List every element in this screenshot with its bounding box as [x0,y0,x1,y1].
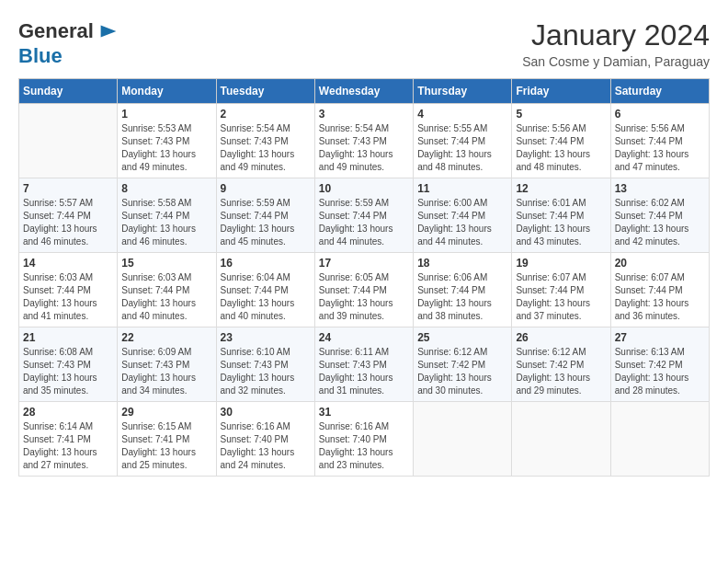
day-number: 25 [417,331,507,344]
day-info: Sunrise: 6:15 AM Sunset: 7:41 PM Dayligh… [121,420,211,472]
day-number: 7 [23,182,113,195]
day-number: 26 [516,331,606,344]
day-number: 10 [319,182,409,195]
day-number: 13 [615,182,705,195]
calendar-cell: 12Sunrise: 6:01 AM Sunset: 7:44 PM Dayli… [512,178,610,253]
day-number: 12 [516,182,606,195]
day-number: 27 [615,331,705,344]
calendar-cell: 2Sunrise: 5:54 AM Sunset: 7:43 PM Daylig… [216,104,314,178]
calendar-cell: 9Sunrise: 5:59 AM Sunset: 7:44 PM Daylig… [216,178,314,253]
calendar-week-row: 1Sunrise: 5:53 AM Sunset: 7:43 PM Daylig… [19,104,710,178]
calendar-cell: 24Sunrise: 6:11 AM Sunset: 7:43 PM Dayli… [314,327,413,402]
calendar-cell [19,104,118,178]
page-header: General Blue January 2024 San Cosme y Da… [18,18,710,69]
calendar-cell: 3Sunrise: 5:54 AM Sunset: 7:43 PM Daylig… [314,104,413,178]
day-of-week-header: Wednesday [314,79,413,104]
day-number: 15 [121,257,211,270]
day-info: Sunrise: 6:03 AM Sunset: 7:44 PM Dayligh… [23,271,113,323]
day-info: Sunrise: 5:54 AM Sunset: 7:43 PM Dayligh… [319,122,409,174]
day-of-week-header: Thursday [414,79,512,104]
day-of-week-header: Saturday [610,79,709,104]
day-info: Sunrise: 6:06 AM Sunset: 7:44 PM Dayligh… [417,271,507,323]
day-info: Sunrise: 6:12 AM Sunset: 7:42 PM Dayligh… [417,346,507,397]
calendar-cell: 5Sunrise: 5:56 AM Sunset: 7:44 PM Daylig… [512,104,610,178]
day-number: 5 [516,108,606,121]
day-info: Sunrise: 6:07 AM Sunset: 7:44 PM Dayligh… [615,271,705,323]
location-subtitle: San Cosme y Damian, Paraguay [522,54,710,69]
calendar-table: SundayMondayTuesdayWednesdayThursdayFrid… [18,78,710,477]
day-number: 14 [23,257,113,270]
day-info: Sunrise: 6:11 AM Sunset: 7:43 PM Dayligh… [319,346,409,397]
day-number: 2 [221,108,311,121]
month-title: January 2024 [522,18,710,52]
title-area: January 2024 San Cosme y Damian, Paragua… [522,18,710,69]
calendar-cell: 23Sunrise: 6:10 AM Sunset: 7:43 PM Dayli… [216,327,314,402]
calendar-cell: 10Sunrise: 5:59 AM Sunset: 7:44 PM Dayli… [314,178,413,253]
day-number: 3 [319,108,409,121]
day-number: 19 [516,257,606,270]
calendar-cell [610,402,709,477]
calendar-cell: 16Sunrise: 6:04 AM Sunset: 7:44 PM Dayli… [216,253,314,327]
calendar-cell: 15Sunrise: 6:03 AM Sunset: 7:44 PM Dayli… [118,253,216,327]
day-number: 23 [221,331,311,344]
calendar-cell: 4Sunrise: 5:55 AM Sunset: 7:44 PM Daylig… [414,104,512,178]
day-number: 6 [615,108,705,121]
calendar-cell: 31Sunrise: 6:16 AM Sunset: 7:40 PM Dayli… [314,402,413,477]
day-info: Sunrise: 5:54 AM Sunset: 7:43 PM Dayligh… [221,122,311,174]
day-number: 28 [23,406,113,419]
day-info: Sunrise: 5:53 AM Sunset: 7:43 PM Dayligh… [121,122,211,174]
day-info: Sunrise: 6:03 AM Sunset: 7:44 PM Dayligh… [121,271,211,323]
day-info: Sunrise: 6:07 AM Sunset: 7:44 PM Dayligh… [516,271,606,323]
day-number: 1 [121,108,211,121]
day-number: 18 [417,257,507,270]
day-info: Sunrise: 6:04 AM Sunset: 7:44 PM Dayligh… [221,271,311,323]
logo-blue: Blue [18,44,63,68]
calendar-cell [414,402,512,477]
calendar-cell: 28Sunrise: 6:14 AM Sunset: 7:41 PM Dayli… [19,402,118,477]
day-number: 8 [121,182,211,195]
day-info: Sunrise: 6:16 AM Sunset: 7:40 PM Dayligh… [221,420,311,472]
day-number: 24 [319,331,409,344]
day-number: 21 [23,331,113,344]
day-of-week-header: Tuesday [216,79,314,104]
day-number: 20 [615,257,705,270]
day-info: Sunrise: 6:13 AM Sunset: 7:42 PM Dayligh… [615,346,705,397]
calendar-week-row: 14Sunrise: 6:03 AM Sunset: 7:44 PM Dayli… [19,253,710,327]
calendar-week-row: 28Sunrise: 6:14 AM Sunset: 7:41 PM Dayli… [19,402,710,477]
day-info: Sunrise: 6:09 AM Sunset: 7:43 PM Dayligh… [121,346,211,397]
day-info: Sunrise: 5:59 AM Sunset: 7:44 PM Dayligh… [221,197,311,248]
calendar-cell: 20Sunrise: 6:07 AM Sunset: 7:44 PM Dayli… [610,253,709,327]
calendar-cell: 13Sunrise: 6:02 AM Sunset: 7:44 PM Dayli… [610,178,709,253]
day-info: Sunrise: 5:55 AM Sunset: 7:44 PM Dayligh… [417,122,507,174]
calendar-cell: 7Sunrise: 5:57 AM Sunset: 7:44 PM Daylig… [19,178,118,253]
calendar-header-row: SundayMondayTuesdayWednesdayThursdayFrid… [19,79,710,104]
day-number: 4 [417,108,507,121]
day-info: Sunrise: 6:16 AM Sunset: 7:40 PM Dayligh… [319,420,409,472]
calendar-cell: 17Sunrise: 6:05 AM Sunset: 7:44 PM Dayli… [314,253,413,327]
day-number: 22 [121,331,211,344]
day-info: Sunrise: 6:02 AM Sunset: 7:44 PM Dayligh… [615,197,705,248]
calendar-cell: 14Sunrise: 6:03 AM Sunset: 7:44 PM Dayli… [19,253,118,327]
day-number: 17 [319,257,409,270]
day-info: Sunrise: 6:08 AM Sunset: 7:43 PM Dayligh… [23,346,113,397]
day-info: Sunrise: 6:12 AM Sunset: 7:42 PM Dayligh… [516,346,606,397]
calendar-cell [512,402,610,477]
day-info: Sunrise: 6:01 AM Sunset: 7:44 PM Dayligh… [516,197,606,248]
calendar-cell: 27Sunrise: 6:13 AM Sunset: 7:42 PM Dayli… [610,327,709,402]
svg-marker-0 [101,25,117,37]
day-info: Sunrise: 6:00 AM Sunset: 7:44 PM Dayligh… [417,197,507,248]
calendar-cell: 29Sunrise: 6:15 AM Sunset: 7:41 PM Dayli… [118,402,216,477]
day-info: Sunrise: 6:10 AM Sunset: 7:43 PM Dayligh… [221,346,311,397]
day-info: Sunrise: 5:56 AM Sunset: 7:44 PM Dayligh… [615,122,705,174]
calendar-cell: 6Sunrise: 5:56 AM Sunset: 7:44 PM Daylig… [610,104,709,178]
day-number: 30 [221,406,311,419]
calendar-cell: 11Sunrise: 6:00 AM Sunset: 7:44 PM Dayli… [414,178,512,253]
day-info: Sunrise: 5:57 AM Sunset: 7:44 PM Dayligh… [23,197,113,248]
day-of-week-header: Monday [118,79,216,104]
calendar-cell: 18Sunrise: 6:06 AM Sunset: 7:44 PM Dayli… [414,253,512,327]
logo: General Blue [18,18,121,68]
day-number: 29 [121,406,211,419]
calendar-cell: 26Sunrise: 6:12 AM Sunset: 7:42 PM Dayli… [512,327,610,402]
calendar-week-row: 21Sunrise: 6:08 AM Sunset: 7:43 PM Dayli… [19,327,710,402]
calendar-cell: 30Sunrise: 6:16 AM Sunset: 7:40 PM Dayli… [216,402,314,477]
